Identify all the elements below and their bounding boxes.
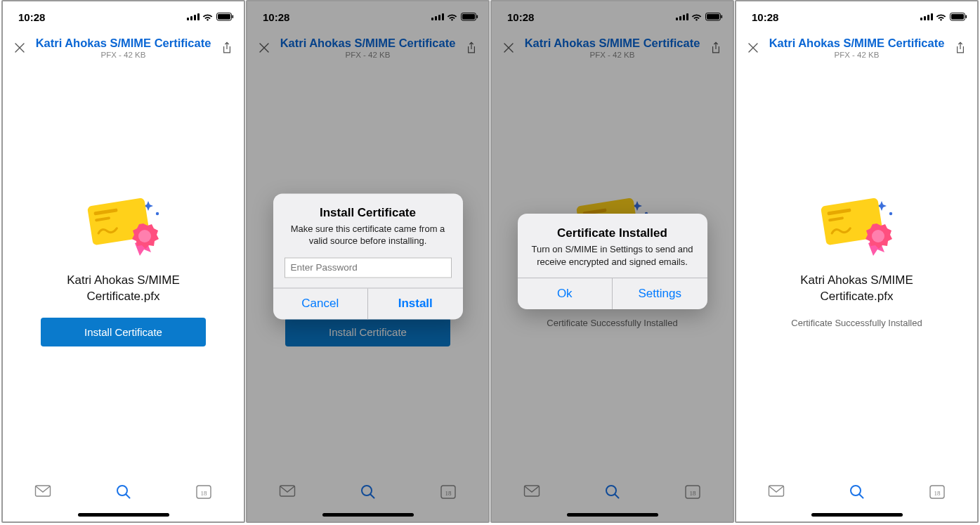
cellular-icon (187, 13, 200, 21)
tab-mail[interactable] (22, 484, 64, 499)
cellular-icon (676, 13, 688, 21)
file-name: Katri Ahokas S/MIMECertificate.pfx (800, 273, 913, 305)
install-certificate-button[interactable]: Install Certificate (285, 318, 450, 346)
battery-icon (950, 13, 967, 21)
status-time: 10:28 (18, 11, 45, 23)
nav-subtitle: PFX - 42 KB (274, 51, 462, 60)
tab-calendar[interactable]: 18 (916, 484, 958, 500)
tab-mail[interactable] (755, 484, 797, 499)
tab-search[interactable] (102, 484, 144, 500)
svg-text:18: 18 (934, 490, 941, 497)
nav-bar: Katri Ahokas S/MIME Certificate PFX - 42… (492, 32, 733, 63)
settings-button[interactable]: Settings (612, 278, 707, 309)
cellular-icon (431, 13, 444, 21)
wifi-icon (447, 13, 458, 21)
alert-message: Make sure this certificate came from a v… (285, 223, 452, 247)
close-button[interactable] (743, 38, 763, 58)
certificate-icon (815, 197, 899, 267)
nav-subtitle: PFX - 42 KB (518, 51, 706, 60)
close-button[interactable] (499, 38, 518, 58)
install-certificate-button[interactable]: Install Certificate (41, 318, 206, 346)
ok-button[interactable]: Ok (518, 278, 613, 309)
success-message: Certificate Successfully Installed (791, 318, 922, 328)
install-button[interactable]: Install (367, 288, 463, 319)
wifi-icon (202, 13, 214, 21)
tab-mail[interactable] (266, 484, 308, 499)
status-time: 10:28 (507, 11, 534, 23)
wifi-icon (691, 13, 703, 21)
alert-message: Turn on S/MIME in Settings to send and r… (529, 243, 696, 268)
close-button[interactable] (10, 38, 30, 58)
share-button[interactable] (950, 38, 970, 58)
wifi-icon (936, 13, 947, 21)
status-bar: 10:28 (492, 1, 733, 32)
tab-search[interactable] (346, 484, 388, 500)
tab-calendar[interactable]: 18 (672, 484, 714, 500)
home-indicator[interactable] (78, 513, 169, 517)
home-indicator[interactable] (322, 513, 414, 517)
status-bar: 10:28 (247, 1, 488, 32)
certificate-installed-alert: Certificate Installed Turn on S/MIME in … (518, 214, 707, 309)
status-time: 10:28 (263, 11, 289, 23)
tab-calendar[interactable]: 18 (183, 484, 225, 500)
screen-1-initial: 10:28 Katri Ahokas S/MIME Certificate PF… (1, 0, 245, 523)
home-indicator[interactable] (567, 513, 658, 517)
cancel-button[interactable]: Cancel (273, 288, 368, 319)
install-certificate-alert: Install Certificate Make sure this certi… (273, 193, 463, 319)
password-input[interactable] (285, 257, 452, 278)
share-button[interactable] (462, 38, 481, 58)
screen-4-final: 10:28 Katri Ahokas S/MIME Certificate PF… (735, 0, 979, 523)
certificate-icon (81, 197, 166, 267)
nav-title: Katri Ahokas S/MIME Certificate (274, 37, 462, 49)
cellular-icon (920, 13, 933, 21)
status-bar: 10:28 (3, 1, 244, 32)
nav-title: Katri Ahokas S/MIME Certificate (763, 37, 950, 49)
battery-icon (461, 13, 478, 21)
tab-mail[interactable] (511, 484, 553, 499)
status-time: 10:28 (752, 11, 778, 23)
tab-search[interactable] (835, 484, 877, 500)
share-button[interactable] (217, 38, 237, 58)
nav-title: Katri Ahokas S/MIME Certificate (518, 37, 706, 49)
home-indicator[interactable] (811, 513, 903, 517)
nav-bar: Katri Ahokas S/MIME Certificate PFX - 42… (247, 32, 488, 63)
nav-subtitle: PFX - 42 KB (30, 51, 217, 60)
success-message: Certificate Successfully Installed (547, 318, 677, 328)
svg-text:18: 18 (445, 490, 452, 497)
battery-icon (216, 13, 234, 21)
nav-title: Katri Ahokas S/MIME Certificate (30, 37, 217, 49)
status-bar: 10:28 (736, 1, 977, 32)
share-button[interactable] (706, 38, 726, 58)
alert-title: Install Certificate (285, 206, 452, 220)
nav-bar: Katri Ahokas S/MIME Certificate PFX - 42… (3, 32, 244, 63)
screen-2-password-prompt: 10:28 Katri Ahokas S/MIME Certificate PF… (246, 0, 490, 523)
tab-search[interactable] (591, 484, 633, 500)
nav-bar: Katri Ahokas S/MIME Certificate PFX - 42… (736, 32, 977, 63)
svg-text:18: 18 (200, 490, 207, 497)
battery-icon (705, 13, 723, 21)
nav-subtitle: PFX - 42 KB (763, 51, 950, 60)
alert-title: Certificate Installed (529, 226, 696, 240)
screen-3-installed-alert: 10:28 Katri Ahokas S/MIME Certificate PF… (490, 0, 734, 523)
tab-calendar[interactable]: 18 (427, 484, 469, 500)
file-name: Katri Ahokas S/MIMECertificate.pfx (67, 273, 180, 305)
svg-text:18: 18 (689, 490, 696, 497)
close-button[interactable] (254, 38, 274, 58)
